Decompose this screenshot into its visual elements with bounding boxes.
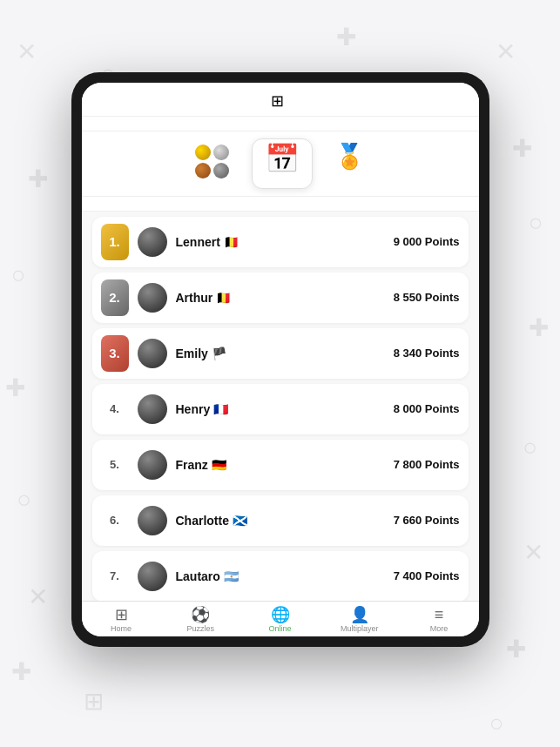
rank-badge-6: 6. <box>101 502 129 539</box>
tab-all-time[interactable]: 📅 <box>252 138 313 189</box>
leaderboard-header <box>82 117 479 131</box>
multiplayer-label: Multiplayer <box>341 624 379 633</box>
tab-offline[interactable]: 🏅 <box>321 138 378 189</box>
rank-badge-4: 4. <box>101 391 129 427</box>
rank-badge-3: 3. <box>101 335 129 372</box>
page-header <box>0 0 560 72</box>
marble-grid <box>195 145 230 179</box>
leaderboard-list: 1. Lennert 🇧🇪 9 000 Points 2. Arthur 🇧🇪 … <box>82 212 479 601</box>
calendar-icon: 📅 <box>265 145 300 172</box>
player-points-1: 9 000 Points <box>394 235 460 248</box>
player-name-2: Arthur 🇧🇪 <box>176 291 385 305</box>
player-name-6: Charlotte 🏴󠁧󠁢󠁳󠁣󠁴󠁿 <box>176 514 385 528</box>
table-row: 5. Franz 🇩🇪 7 800 Points <box>92 440 469 490</box>
player-points-3: 8 340 Points <box>394 347 460 360</box>
nav-more[interactable]: ≡ More <box>399 607 478 633</box>
marble-bronze <box>195 163 211 178</box>
player-name-4: Henry 🇫🇷 <box>176 402 385 416</box>
avatar-4 <box>138 394 167 424</box>
puzzles-label: Puzzles <box>187 624 215 633</box>
marble-gray <box>213 163 229 178</box>
table-row: 1. Lennert 🇧🇪 9 000 Points <box>92 217 469 267</box>
app-logo: ⊞ <box>96 91 465 111</box>
puzzles-icon: ⚽ <box>191 607 210 622</box>
rank-badge-5: 5. <box>101 447 129 483</box>
player-name-5: Franz 🇩🇪 <box>176 458 385 472</box>
marble-gold <box>195 145 211 160</box>
nav-online[interactable]: 🌐 Online <box>240 607 320 633</box>
avatar-6 <box>138 506 167 535</box>
multiplayer-icon: 👤 <box>350 607 369 622</box>
table-row: 3. Emily 🏴 8 340 Points <box>92 328 469 379</box>
page-title <box>17 24 543 60</box>
more-icon: ≡ <box>435 607 444 622</box>
rank-badge-7: 7. <box>101 558 129 595</box>
category-tabs: 📅 🏅 <box>82 131 479 197</box>
nav-multiplayer[interactable]: 👤 Multiplayer <box>320 607 399 633</box>
player-name-3: Emily 🏴 <box>176 347 385 360</box>
avatar-7 <box>138 562 167 591</box>
home-icon: ⊞ <box>115 607 128 622</box>
logo-icon: ⊞ <box>271 91 284 111</box>
table-row: 6. Charlotte 🏴󠁧󠁢󠁳󠁣󠁴󠁿 7 660 Points <box>92 495 469 546</box>
tablet-device: ⊞ <box>71 72 489 647</box>
marble-silver <box>213 145 229 160</box>
nav-puzzles[interactable]: ⚽ Puzzles <box>161 607 240 633</box>
online-icon: 🌐 <box>271 607 290 622</box>
more-label: More <box>430 624 449 633</box>
home-label: Home <box>111 624 132 633</box>
player-points-6: 7 660 Points <box>394 514 460 527</box>
rank-badge-1: 1. <box>101 224 129 260</box>
table-row: 2. Arthur 🇧🇪 8 550 Points <box>92 273 469 323</box>
player-points-5: 7 800 Points <box>394 458 460 471</box>
avatar-5 <box>138 450 167 480</box>
player-points-4: 8 000 Points <box>394 402 460 415</box>
avatar-2 <box>138 283 167 313</box>
nav-home[interactable]: ⊞ Home <box>82 607 161 633</box>
avatar-1 <box>138 227 167 257</box>
medal-icon: 🏅 <box>334 145 365 169</box>
bottom-nav: ⊞ Home ⚽ Puzzles 🌐 Online 👤 Multiplayer … <box>82 601 479 636</box>
rank-badge-2: 2. <box>101 279 129 316</box>
table-row: 7. Lautaro 🇦🇷 7 400 Points <box>92 551 469 601</box>
tab-view-ranks[interactable] <box>182 138 243 189</box>
player-points-2: 8 550 Points <box>394 291 460 304</box>
rewards-bar[interactable] <box>82 197 479 212</box>
player-points-7: 7 400 Points <box>394 569 460 582</box>
avatar-3 <box>138 339 167 368</box>
table-row: 4. Henry 🇫🇷 8 000 Points <box>92 384 469 434</box>
player-name-7: Lautaro 🇦🇷 <box>176 569 385 583</box>
app-header: ⊞ <box>82 83 479 117</box>
tablet-screen: ⊞ <box>82 83 479 636</box>
player-name-1: Lennert 🇧🇪 <box>176 235 385 249</box>
online-label: Online <box>269 624 292 633</box>
